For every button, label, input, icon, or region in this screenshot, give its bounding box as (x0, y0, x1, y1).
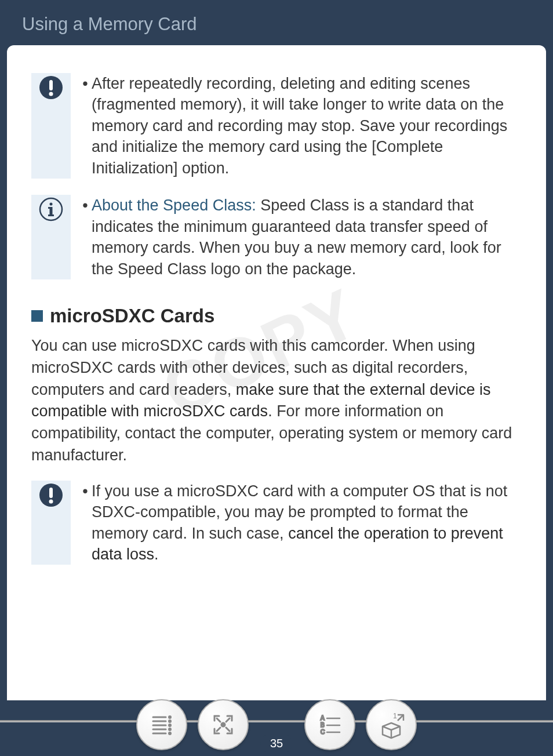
warning-icon-column (31, 481, 71, 565)
warning-icon (39, 75, 63, 100)
warning-note-1-text: After repeatedly recording, deleting and… (92, 73, 522, 179)
toc-button[interactable] (136, 699, 187, 750)
package-button[interactable]: 1 (366, 699, 417, 750)
info-note-1-text: About the Speed Class: Speed Class is a … (92, 195, 522, 279)
svg-text:A: A (321, 715, 325, 721)
warning-note-2: • If you use a microSDXC card with a com… (31, 481, 522, 565)
warning-note-2-content: • If you use a microSDXC card with a com… (71, 481, 522, 565)
index-button[interactable]: A B C (304, 699, 355, 750)
svg-line-24 (226, 728, 230, 731)
svg-rect-7 (48, 215, 54, 216)
svg-rect-6 (48, 207, 51, 209)
fullscreen-button[interactable] (198, 699, 249, 750)
svg-rect-9 (49, 488, 53, 498)
bullet: • (79, 195, 92, 279)
info-icon-column (31, 195, 71, 279)
w2-after: . (154, 546, 159, 563)
svg-text:1: 1 (393, 712, 397, 720)
warning-note-1: • After repeatedly recording, deleting a… (31, 73, 522, 179)
svg-rect-1 (49, 80, 53, 90)
svg-point-21 (221, 723, 225, 726)
svg-point-16 (169, 725, 171, 726)
bullet: • (79, 481, 92, 565)
svg-line-25 (217, 728, 220, 731)
svg-point-12 (169, 717, 171, 718)
bullet: • (79, 73, 92, 179)
info-highlight: About the Speed Class: (92, 197, 256, 214)
svg-line-22 (217, 718, 220, 722)
toc-icon (148, 711, 175, 738)
warning-note-1-content: • After repeatedly recording, deleting a… (71, 73, 522, 179)
section-marker-icon (31, 310, 43, 322)
section-body: You can use microSDXC cards with this ca… (31, 335, 522, 467)
svg-point-14 (169, 721, 171, 722)
page-content: COPY • After repeatedly recording, delet… (7, 45, 546, 700)
info-note-1-content: • About the Speed Class: Speed Class is … (71, 195, 522, 279)
index-icon: A B C (316, 711, 343, 738)
warning-icon (39, 483, 63, 507)
page-header: Using a Memory Card (0, 0, 553, 45)
section-heading: microSDXC Cards (31, 305, 522, 327)
section-title: microSDXC Cards (50, 305, 214, 327)
svg-point-20 (169, 733, 171, 735)
svg-line-23 (226, 718, 230, 722)
header-title: Using a Memory Card (22, 14, 197, 34)
warning-note-2-text: If you use a microSDXC card with a compu… (92, 481, 522, 565)
svg-line-33 (398, 715, 403, 721)
page-number: 35 (261, 735, 292, 753)
svg-point-4 (50, 203, 53, 206)
svg-text:B: B (321, 722, 325, 728)
svg-point-18 (169, 729, 171, 730)
info-note-1: • About the Speed Class: Speed Class is … (31, 195, 522, 279)
warning-icon-column (31, 73, 71, 179)
package-icon: 1 (377, 710, 406, 739)
svg-text:C: C (321, 729, 325, 735)
svg-point-2 (49, 92, 53, 96)
svg-point-10 (49, 499, 53, 503)
info-icon (39, 197, 63, 221)
fullscreen-icon (210, 711, 237, 738)
